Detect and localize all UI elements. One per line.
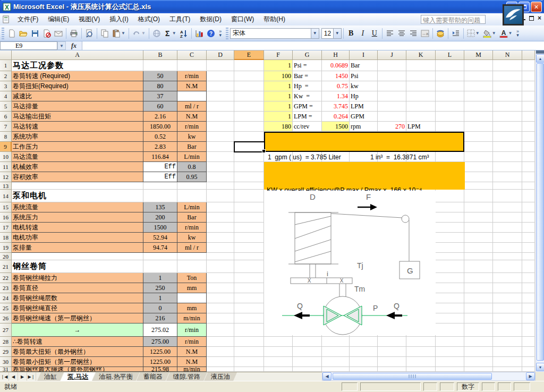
- cell-C19[interactable]: ml / r: [177, 243, 207, 253]
- cell-J29[interactable]: [378, 347, 406, 357]
- column-header-D[interactable]: D: [207, 50, 234, 60]
- cell-O29[interactable]: [522, 347, 535, 357]
- cell-O21[interactable]: [522, 260, 535, 273]
- cell-F31[interactable]: [264, 367, 293, 372]
- cell-M16[interactable]: [464, 212, 493, 223]
- cell-H7[interactable]: 1500: [322, 122, 350, 132]
- cell-B2[interactable]: 50: [143, 71, 177, 81]
- cell-N16[interactable]: [493, 212, 522, 223]
- cell-J30[interactable]: [378, 357, 406, 367]
- row-header-26[interactable]: 26: [0, 313, 12, 323]
- scroll-right-button[interactable]: ▶: [526, 372, 535, 380]
- cell-A7[interactable]: 马达转速: [12, 122, 143, 132]
- row-header-13[interactable]: 13: [0, 182, 12, 190]
- cell-B6[interactable]: 2.16: [143, 112, 177, 122]
- cell-H2[interactable]: 1450: [322, 71, 350, 81]
- cell-M4[interactable]: [464, 91, 493, 101]
- cell-E1[interactable]: [234, 60, 264, 71]
- cell-G5[interactable]: GPM =: [293, 101, 322, 112]
- cell-E23[interactable]: [234, 283, 264, 293]
- cell-O20[interactable]: [522, 253, 535, 260]
- row-header-14[interactable]: 14: [0, 190, 12, 202]
- cell-A29[interactable]: 卷筒最大扭矩（最外钢丝）: [12, 347, 143, 357]
- cell-H29[interactable]: [322, 347, 350, 357]
- mail-button[interactable]: [53, 28, 64, 39]
- cell-E8[interactable]: [234, 132, 264, 142]
- cell-G4[interactable]: Kw =: [293, 91, 322, 101]
- cell-B10[interactable]: 116.84: [143, 152, 177, 162]
- cell-B29[interactable]: 1225.00: [143, 347, 177, 357]
- cell-C25[interactable]: mm: [177, 303, 207, 313]
- menu-file[interactable]: 文件(F): [13, 13, 43, 25]
- cell-C16[interactable]: Bar: [177, 212, 207, 223]
- row-header-2[interactable]: 2: [0, 71, 12, 81]
- row-header-5[interactable]: 5: [0, 101, 12, 112]
- merge-center-button[interactable]: ↔a: [419, 28, 431, 39]
- cell-O24[interactable]: [522, 293, 535, 303]
- row-header-7[interactable]: 7: [0, 122, 12, 132]
- cell-O19[interactable]: [522, 243, 535, 253]
- align-center-button[interactable]: [396, 28, 407, 39]
- cell-C6[interactable]: N.M: [177, 112, 207, 122]
- cell-I2[interactable]: Psi: [350, 71, 378, 81]
- cell-K30[interactable]: [406, 357, 436, 367]
- cell-B9[interactable]: 2.83: [143, 142, 177, 152]
- cell-N10[interactable]: [493, 152, 522, 162]
- cell-O26[interactable]: [522, 313, 535, 323]
- cell-L24[interactable]: [436, 293, 464, 303]
- cell-L31[interactable]: [436, 367, 464, 372]
- cell-I31[interactable]: [350, 367, 378, 372]
- cell-A18[interactable]: 电机功率: [12, 233, 143, 243]
- row-header-10[interactable]: 10: [0, 152, 12, 162]
- column-header-A[interactable]: A: [12, 50, 143, 60]
- cell-C2[interactable]: r/min: [177, 71, 207, 81]
- cell-C29[interactable]: N.M: [177, 347, 207, 357]
- cell-O30[interactable]: [522, 357, 535, 367]
- close-button[interactable]: ✕: [531, 2, 542, 12]
- cell-B20[interactable]: [143, 253, 177, 260]
- cell-M30[interactable]: [464, 357, 493, 367]
- cell-I4[interactable]: Hp: [350, 91, 378, 101]
- cell-A9[interactable]: 工作压力: [12, 142, 143, 152]
- cell-K1[interactable]: [406, 60, 436, 71]
- cell-A27[interactable]: →: [12, 323, 143, 337]
- cell-N25[interactable]: [493, 303, 522, 313]
- name-box[interactable]: E9: [0, 41, 57, 50]
- cell-E3[interactable]: [234, 81, 264, 91]
- cell-E11[interactable]: [234, 162, 264, 172]
- cell-D7[interactable]: [207, 122, 234, 132]
- cell-I29[interactable]: [350, 347, 378, 357]
- cell-H6[interactable]: 0.264: [322, 112, 350, 122]
- cell-H5[interactable]: 3.745: [322, 101, 350, 112]
- select-all-corner[interactable]: [0, 50, 12, 60]
- cell-M24[interactable]: [464, 293, 493, 303]
- cell-A20[interactable]: [12, 253, 143, 260]
- cell-A6[interactable]: 马达输出扭矩: [12, 112, 143, 122]
- menu-tools[interactable]: 工具(T): [165, 13, 195, 25]
- cell-O14[interactable]: [522, 190, 535, 202]
- cell-O11[interactable]: [522, 162, 535, 172]
- chart-wizard-button[interactable]: [193, 28, 205, 39]
- cell-I3[interactable]: kw: [350, 81, 378, 91]
- cell-D13[interactable]: [207, 182, 234, 190]
- cell-F5[interactable]: 1: [264, 101, 293, 112]
- copy-button[interactable]: [99, 28, 110, 39]
- cell-A2[interactable]: 卷筒转速 (Required): [12, 71, 143, 81]
- hyperlink-button[interactable]: [151, 28, 163, 39]
- cell-A12[interactable]: 容积效率: [12, 172, 143, 182]
- cell-D15[interactable]: [207, 202, 234, 212]
- cell-O4[interactable]: [522, 91, 535, 101]
- name-box-dropdown-icon[interactable]: ▼: [57, 41, 66, 50]
- cell-K29[interactable]: [406, 347, 436, 357]
- column-header-F[interactable]: F: [264, 50, 293, 60]
- cell-N27[interactable]: [493, 323, 522, 337]
- row-header-29[interactable]: 29: [0, 347, 12, 357]
- cell-C10[interactable]: L/min: [177, 152, 207, 162]
- cell-B11[interactable]: Eff: [143, 162, 177, 172]
- cell-L29[interactable]: [436, 347, 464, 357]
- cell-A13[interactable]: [12, 182, 143, 190]
- cell-E25[interactable]: [234, 303, 264, 313]
- cell-M17[interactable]: [464, 223, 493, 233]
- cell-N22[interactable]: [493, 273, 522, 283]
- cell-N17[interactable]: [493, 223, 522, 233]
